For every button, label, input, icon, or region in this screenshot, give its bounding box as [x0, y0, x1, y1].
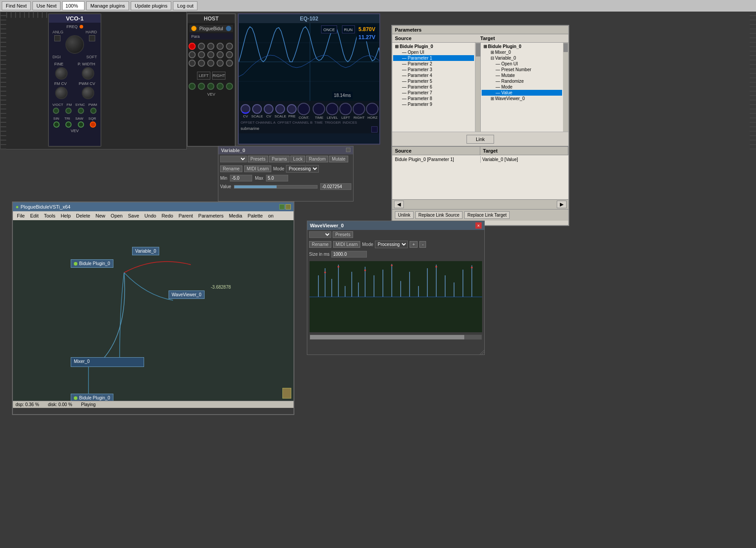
wave-scrollbar[interactable] [310, 334, 482, 340]
value-slider[interactable] [234, 185, 318, 189]
waveviewer-plus-btn[interactable]: + [410, 241, 418, 248]
unlink-button[interactable]: Unlink [395, 211, 414, 219]
host-jack-2[interactable] [198, 43, 205, 50]
plogue-canvas[interactable]: Bidule Plugin_0 Variable_0 WaveViewer_0 … [13, 220, 294, 401]
host-jack-4[interactable] [217, 43, 224, 50]
waveviewer-midi-learn-btn[interactable]: MIDI Learn [333, 241, 360, 248]
var-minimize-btn[interactable] [346, 148, 350, 152]
pwmcv-knob[interactable] [82, 87, 94, 99]
target-mode[interactable]: — Mode [482, 84, 563, 90]
zoom-input[interactable] [62, 1, 84, 10]
host-jack-6[interactable] [189, 51, 196, 58]
anlg-toggle[interactable] [54, 35, 60, 41]
source-param3[interactable]: — Parameter 3 [393, 67, 474, 73]
menu-help[interactable]: Help [58, 212, 73, 219]
host-jack-9[interactable] [217, 51, 224, 58]
scale-knob-1[interactable] [252, 104, 262, 114]
menu-undo[interactable]: Undo [142, 212, 158, 219]
target-scrollbar[interactable] [563, 43, 568, 132]
horz-knob[interactable] [366, 103, 378, 115]
source-param2[interactable]: — Parameter 2 [393, 61, 474, 67]
target-randomize[interactable]: — Randomize [482, 78, 563, 84]
waveviewer-close-btn[interactable]: × [475, 222, 482, 229]
menu-media[interactable]: Media [227, 212, 245, 219]
source-param7[interactable]: — Parameter 7 [393, 90, 474, 96]
cv-knob-2[interactable] [264, 104, 273, 114]
menu-parent[interactable]: Parent [176, 212, 195, 219]
host-jack-7[interactable] [198, 51, 205, 58]
midi-learn-button[interactable]: MIDI Learn [244, 165, 271, 172]
mode-select[interactable]: Processing [286, 165, 319, 173]
min-input[interactable] [230, 175, 252, 181]
menu-new[interactable]: New [93, 212, 108, 219]
host-jack-14[interactable] [217, 60, 224, 67]
link-button[interactable]: Link [466, 135, 494, 144]
source-param6[interactable]: — Parameter 6 [393, 84, 474, 90]
fine-knob[interactable] [55, 67, 68, 80]
left-knob[interactable] [339, 103, 352, 115]
menu-palette[interactable]: Palette [245, 212, 265, 219]
source-param1[interactable]: — Parameter 1 [393, 55, 474, 61]
menu-file[interactable]: File [15, 212, 27, 219]
use-next-button[interactable]: Use Next [32, 1, 60, 10]
menu-on[interactable]: on [266, 212, 276, 219]
source-param4[interactable]: — Parameter 4 [393, 73, 474, 78]
host-bottom-jack-4[interactable] [217, 83, 224, 90]
cv-knob-1[interactable] [241, 104, 250, 114]
target-preset[interactable]: — Preset Number [482, 67, 563, 73]
target-root[interactable]: ⊞ Bidule Plugin_0 [482, 44, 563, 49]
size-input[interactable] [331, 251, 367, 258]
host-jack-15[interactable] [226, 60, 233, 67]
target-mixer[interactable]: ⊞ Mixer_0 [482, 49, 563, 55]
host-jack-13[interactable] [207, 60, 214, 67]
node-variable[interactable]: Variable_0 [132, 247, 159, 255]
source-param8[interactable]: — Parameter 8 [393, 96, 474, 101]
source-openui[interactable]: — Open UI [393, 49, 474, 55]
menu-open[interactable]: Open [109, 212, 125, 219]
target-mutate[interactable]: — Mutate [482, 73, 563, 78]
pwm-jack[interactable] [90, 108, 97, 114]
variable-preset-select[interactable] [220, 156, 247, 162]
host-jack-8[interactable] [207, 51, 214, 58]
node-bidule2[interactable]: Bidule Plugin_0 [71, 394, 113, 401]
update-plugins-button[interactable]: Update plugins [131, 1, 171, 10]
fm-jack[interactable] [65, 108, 72, 114]
host-bottom-jack-5[interactable] [226, 83, 233, 90]
waveviewer-presets-btn[interactable]: Presets [333, 231, 353, 238]
sqr-jack[interactable] [90, 121, 96, 128]
params-button[interactable]: Params [269, 156, 290, 162]
menu-parameters[interactable]: Parameters [196, 212, 226, 219]
source-root[interactable]: ⊞ Bidule Plugin_0 [393, 44, 474, 49]
freq-knob[interactable] [65, 35, 84, 54]
sync-jack[interactable] [78, 108, 84, 114]
waveviewer-mode-select[interactable]: Processing [375, 241, 408, 248]
wave-scrollbar-thumb[interactable] [310, 335, 464, 339]
right-knob[interactable] [353, 103, 365, 115]
presets-button[interactable]: Presets [248, 156, 268, 162]
target-value[interactable]: — Value [482, 90, 563, 96]
time-knob[interactable] [313, 103, 325, 115]
mutate-button[interactable]: Mutate [329, 156, 348, 162]
right-button[interactable]: RIGHT [212, 72, 225, 80]
rename-button[interactable]: Rename [220, 165, 242, 172]
target-variable[interactable]: ⊟ Variable_0 [482, 55, 563, 61]
value-number-input[interactable] [320, 183, 351, 190]
sin-jack[interactable] [53, 121, 60, 128]
voct-jack[interactable] [53, 108, 59, 114]
level-knob[interactable] [326, 103, 338, 115]
cont-knob[interactable] [298, 103, 310, 115]
replace-source-button[interactable]: Replace Link Source [415, 211, 462, 219]
resize-handle[interactable] [478, 348, 484, 355]
host-jack-3[interactable] [207, 43, 214, 50]
fmcv-knob[interactable] [55, 87, 68, 99]
waveviewer-minus-btn[interactable]: - [419, 241, 426, 248]
link-next-btn[interactable]: ▶ [557, 201, 567, 208]
node-mixer[interactable]: Mixer_0 [71, 357, 144, 367]
tri-jack[interactable] [65, 121, 72, 128]
waveviewer-rename-btn[interactable]: Rename [309, 241, 331, 248]
menu-redo[interactable]: Redo [159, 212, 175, 219]
target-scroll-thumb[interactable] [563, 43, 568, 52]
log-out-button[interactable]: Log out [173, 1, 197, 10]
plugin-eye-icon[interactable] [226, 26, 231, 31]
lock-button[interactable]: Lock [290, 156, 305, 162]
